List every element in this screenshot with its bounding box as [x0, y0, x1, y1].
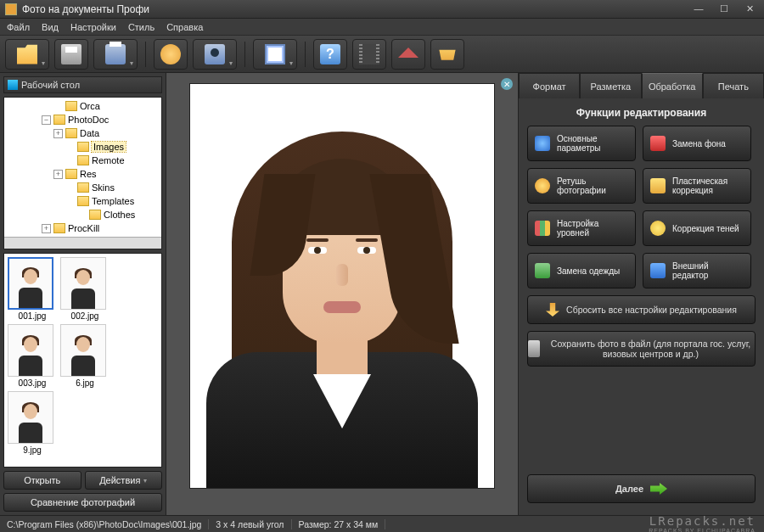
monitor-icon [650, 263, 666, 278]
thumbnail[interactable]: 002.jpg [60, 257, 110, 321]
status-path: C:\Program Files (x86)\PhotoDoc\Images\0… [0, 519, 209, 529]
tree-item[interactable]: −PhotoDoc [4, 113, 161, 126]
close-preview-button[interactable]: ✕ [501, 78, 513, 90]
statusbar: C:\Program Files (x86)\PhotoDoc\Images\0… [0, 515, 764, 532]
tab-markup[interactable]: Разметка [580, 73, 641, 98]
wand-icon [650, 178, 666, 193]
folder-icon [77, 196, 89, 206]
tree-label: Res [80, 169, 97, 179]
compare-button[interactable]: Сравнение фотографий [3, 493, 162, 512]
thumbnail-image [8, 324, 53, 377]
save-button[interactable] [54, 39, 88, 70]
toolbar: ? [0, 36, 764, 73]
levels-icon [535, 221, 550, 236]
frame-button[interactable] [253, 39, 297, 70]
horizontal-scrollbar[interactable] [4, 237, 161, 249]
tree-item[interactable]: Remote [4, 154, 161, 167]
tree-label: Remote [92, 155, 125, 165]
shadows-button[interactable]: Коррекция теней [643, 210, 751, 246]
close-button[interactable]: ✕ [740, 3, 759, 15]
expand-toggle[interactable]: + [53, 170, 63, 179]
thumbnail-grid[interactable]: 001.jpg002.jpg003.jpg6.jpg9.jpg [3, 253, 162, 468]
help-icon: ? [320, 44, 340, 64]
tree-item[interactable]: Images [4, 140, 161, 154]
plastic-button[interactable]: Пластическая коррекция [643, 168, 751, 204]
camera-button[interactable] [193, 39, 237, 70]
clothes-button[interactable]: Замена одежды [527, 253, 636, 288]
expand-toggle[interactable]: − [42, 115, 51, 125]
folder-tree[interactable]: Orca−PhotoDoc+DataImagesRemote+ResSkinsT… [3, 97, 162, 249]
retouch-button[interactable]: Ретушь фотографии [527, 168, 636, 204]
tree-label: Images [92, 142, 126, 152]
thumbnail-image [60, 324, 106, 377]
photo-canvas[interactable] [189, 83, 495, 489]
thumbnail[interactable]: 9.jpg [8, 391, 57, 455]
status-size: Размер: 27 x 34 мм [292, 519, 386, 529]
breadcrumb[interactable]: Рабочий стол [3, 76, 162, 93]
window-title: Фото на документы Профи [22, 3, 689, 15]
palette-icon [535, 178, 550, 193]
tab-process[interactable]: Обработка [642, 73, 703, 98]
tutorial-button[interactable] [352, 39, 386, 70]
tree-item[interactable]: Skins [4, 181, 161, 194]
main-area: Рабочий стол Orca−PhotoDoc+DataImagesRem… [0, 73, 764, 515]
disk-icon [528, 340, 540, 357]
open-folder-button[interactable] [5, 39, 49, 70]
menu-view[interactable]: Вид [42, 22, 59, 32]
save-file-button[interactable]: Сохранить фото в файл (для портала гос. … [527, 331, 756, 367]
brush-icon [650, 136, 666, 151]
left-panel: Рабочий стол Orca−PhotoDoc+DataImagesRem… [0, 73, 166, 515]
titlebar: Фото на документы Профи — ☐ ✕ [0, 0, 764, 19]
expand-toggle[interactable]: + [42, 224, 51, 233]
tree-item[interactable]: +Data [4, 126, 161, 140]
folder-icon [89, 210, 101, 220]
menu-settings[interactable]: Настройки [70, 22, 116, 32]
levels-button[interactable]: Настройка уровней [527, 210, 636, 246]
tree-item[interactable]: Templates [4, 194, 161, 208]
menu-help[interactable]: Справка [166, 22, 203, 32]
folder-icon [65, 101, 77, 111]
maximize-button[interactable]: ☐ [715, 3, 733, 15]
tree-item[interactable]: +Res [4, 167, 161, 181]
rotate-button[interactable] [154, 39, 188, 70]
photo-portrait [206, 115, 478, 488]
menu-style[interactable]: Стиль [128, 22, 154, 32]
help-button[interactable]: ? [313, 39, 347, 70]
next-button[interactable]: Далее [527, 474, 756, 503]
rotate-icon [160, 44, 181, 64]
reset-button[interactable]: Сбросить все настройки редактирования [527, 295, 756, 324]
thumbnail-image [60, 257, 106, 310]
menu-file[interactable]: Файл [7, 22, 30, 32]
actions-button[interactable]: Действия [85, 471, 163, 490]
print-icon [105, 44, 126, 64]
tree-item[interactable]: +ProcKill [4, 221, 161, 235]
thumbnail-label: 003.jpg [8, 378, 57, 388]
home-button[interactable] [391, 39, 425, 70]
replace-bg-button[interactable]: Замена фона [643, 126, 751, 161]
tab-print[interactable]: Печать [703, 73, 764, 98]
folder-icon [17, 44, 37, 64]
thumbnail-image [8, 257, 53, 310]
panel-title: Функции редактирования [519, 98, 764, 126]
thumbnail[interactable]: 6.jpg [60, 324, 110, 388]
thumbnail[interactable]: 003.jpg [8, 324, 57, 388]
clothes-icon [535, 263, 550, 278]
minimize-button[interactable]: — [689, 3, 708, 15]
tree-item[interactable]: Orca [4, 99, 161, 113]
tree-label: Data [80, 128, 99, 138]
tree-item[interactable]: Clothes [4, 208, 161, 221]
open-button[interactable]: Открыть [3, 471, 81, 490]
folder-icon [77, 182, 89, 193]
shop-button[interactable] [430, 39, 464, 70]
tab-format[interactable]: Формат [519, 73, 580, 98]
external-editor-button[interactable]: Внешний редактор [643, 253, 751, 288]
thumbnail[interactable]: 001.jpg [8, 257, 57, 321]
app-icon [5, 3, 17, 15]
basic-params-button[interactable]: Основные параметры [527, 126, 636, 161]
reset-icon [546, 303, 559, 316]
thumbnail-image [8, 391, 53, 444]
print-button[interactable] [93, 39, 138, 70]
tree-label: Templates [92, 196, 134, 206]
breadcrumb-label: Рабочий стол [21, 80, 80, 90]
expand-toggle[interactable]: + [53, 129, 63, 138]
